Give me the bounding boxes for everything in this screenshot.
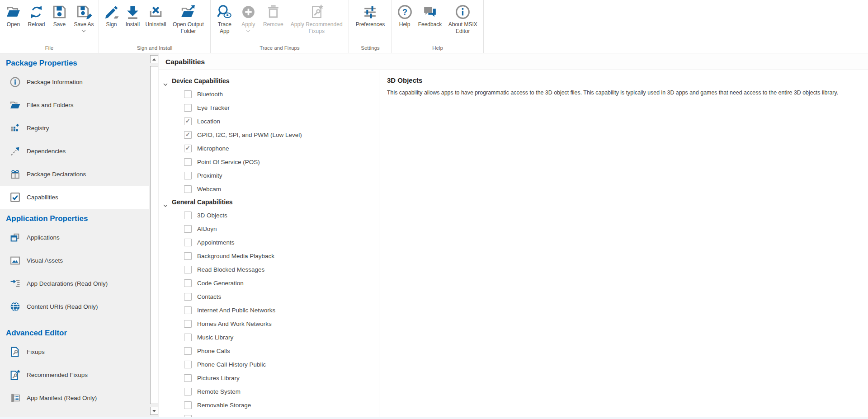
feedback-button[interactable]: Feedback [417,3,443,28]
fixups-icon [9,346,21,358]
preferences-button[interactable]: Preferences [354,3,387,28]
sidebar-item-label: Visual Assets [27,257,63,264]
checkbox-phone-calls[interactable] [184,347,192,355]
sidebar-section-header-package-properties: Package Properties [0,53,149,71]
install-button[interactable]: Install [123,3,142,28]
help-button[interactable]: ?Help [395,3,415,28]
checkbox-appointments[interactable] [184,239,192,246]
checkbox-phone-call-history-public[interactable] [184,361,192,368]
chevron-down-icon [163,201,168,203]
capability-row-remote-system: Remote System [159,385,379,398]
sidebar-item-label: Registry [27,125,49,132]
ribbon-group-buttons: ?HelpFeedbackAbout MSIX Editor [392,0,483,45]
checkbox-eye-tracker[interactable] [184,104,192,112]
capability-row-microphone: Microphone [159,141,379,155]
capability-row-homes-and-work-networks: Homes And Work Networks [159,317,379,330]
save-as-button[interactable]: Save As [72,3,95,32]
scrollbar-thumb[interactable] [150,66,158,404]
sidebar-item-package-information[interactable]: Package Information [0,71,149,94]
capability-row-internet-and-public-networks: Internet And Public Networks [159,303,379,317]
capability-row-proximity: Proximity [159,169,379,182]
checkbox-bluetooth[interactable] [184,90,192,98]
checkbox-read-blocked-messages[interactable] [184,266,192,273]
checkbox-microphone[interactable] [184,145,192,152]
open-output-folder-button[interactable]: Open Output Folder [169,3,208,35]
sidebar-item-fixups[interactable]: Fixups [0,340,149,363]
sidebar-item-package-declarations[interactable]: Package Declarations [0,163,149,186]
sidebar-item-recommended-fixups[interactable]: Recommended Fixups [0,363,149,386]
capability-label: Removable Storage [197,402,251,409]
checkbox-proximity[interactable] [184,172,192,179]
checkbox-pictures-library[interactable] [184,374,192,382]
checkbox-removable-storage[interactable] [184,401,192,409]
window-bottom-edge [0,417,868,419]
sidebar-item-files-and-folders[interactable]: Files and Folders [0,94,149,117]
sidebar-item-label: App Manifest (Read Only) [27,395,97,401]
capability-label: Code Generation [197,280,244,287]
reload-icon [28,4,45,20]
open-button[interactable]: Open [3,3,23,28]
save-as-icon [75,4,92,20]
button-label: Reload [28,21,45,28]
ribbon-toolbar: OpenReloadSaveSave AsFileSignInstallUnin… [0,0,868,53]
sidebar-section-header-advanced-editor: Advanced Editor [0,323,149,340]
tree-group-device-capabilities[interactable]: Device Capabilities [159,75,379,87]
capability-row-webcam: Webcam [159,182,379,196]
checkbox-remote-system[interactable] [184,388,192,395]
checkbox-code-generation[interactable] [184,279,192,287]
capability-row-code-generation: Code Generation [159,276,379,290]
sidebar-item-content-uris-read-only[interactable]: Content URIs (Read Only) [0,295,149,318]
ribbon-group-buttons: Preferences [349,0,392,45]
checkbox-contacts[interactable] [184,293,192,301]
checkbox-3d-objects[interactable] [184,212,192,219]
checkbox-alljoyn[interactable] [184,225,192,233]
sidebar-item-app-declarations-read-only[interactable]: App Declarations (Read Only) [0,272,149,295]
checkbox-music-library[interactable] [184,334,192,341]
sidebar-item-label: Dependencies [27,148,66,155]
sidebar-scrollbar[interactable] [149,53,159,419]
scrollbar-up-button[interactable] [150,55,158,63]
capability-row-appointments: Appointments [159,235,379,249]
uninstall-button[interactable]: Uninstall [144,3,167,28]
capability-label: Bluetooth [197,91,223,98]
package-information-icon [9,76,21,88]
sidebar-item-app-manifest-read-only[interactable]: App Manifest (Read Only) [0,386,149,410]
apply-icon [240,4,257,20]
button-label: Preferences [356,21,385,28]
capability-label: Background Media Playback [197,253,274,259]
capability-label: Microphone [197,145,229,152]
checkbox-gpio-i2c-spi-and-pwm-low-level[interactable] [184,131,192,139]
checkbox-webcam[interactable] [184,185,192,193]
help-icon: ? [396,4,413,20]
capability-row-removable-storage: Removable Storage [159,398,379,412]
ribbon-group-label: Trace and Fixups [211,45,349,53]
sidebar-item-dependencies[interactable]: Dependencies [0,140,149,163]
sidebar-section-header-application-properties: Application Properties [0,209,149,226]
sidebar-item-registry[interactable]: Registry [0,117,149,140]
files-and-folders-icon [9,99,21,111]
tree-group-general-capabilities[interactable]: General Capabilities [159,196,379,208]
capabilities-tree: Device CapabilitiesBluetoothEye TrackerL… [159,70,379,419]
checkbox-homes-and-work-networks[interactable] [184,320,192,328]
button-label: Sign [106,21,117,28]
about-msix-editor-button[interactable]: About MSIX Editor [445,3,481,35]
ribbon-group-trace-and-fixups: Trace AppApplyRemoveApply Recommended Fi… [211,0,349,53]
app-body: Package PropertiesPackage InformationFil… [0,53,868,419]
ribbon-group-label: Settings [349,45,392,53]
sidebar-item-visual-assets[interactable]: Visual Assets [0,249,149,272]
triangle-up-icon [152,58,156,61]
reload-button[interactable]: Reload [26,3,46,28]
capability-label: Contacts [197,293,221,300]
sign-button[interactable]: Sign [101,3,121,28]
checkbox-point-of-service-pos[interactable] [184,158,192,166]
trace-app-button[interactable]: Trace App [214,3,235,35]
sidebar-item-capabilities[interactable]: Capabilities [0,186,149,209]
feedback-icon [421,4,438,20]
checkbox-internet-and-public-networks[interactable] [184,306,192,314]
sidebar-item-applications[interactable]: Applications [0,226,149,249]
save-button[interactable]: Save [49,3,69,28]
checkbox-location[interactable] [184,118,192,125]
scrollbar-down-button[interactable] [150,407,158,415]
checkbox-background-media-playback[interactable] [184,252,192,260]
button-label: Trace App [216,21,234,35]
